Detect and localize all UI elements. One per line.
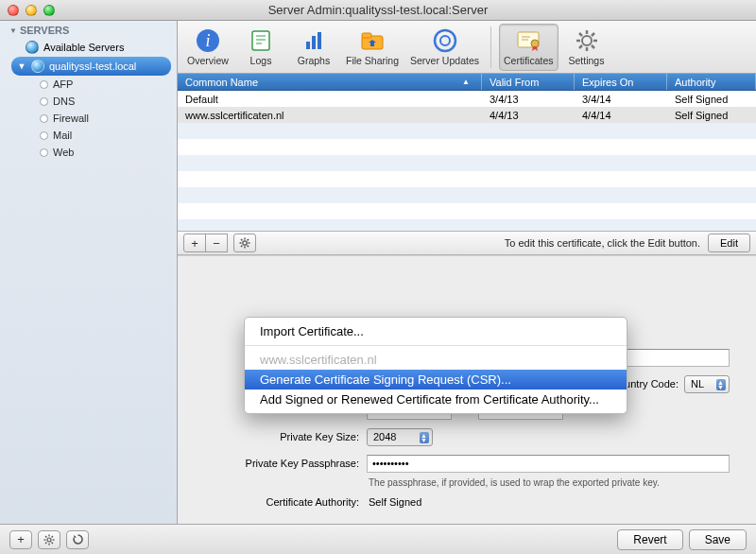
table-action-bar: + − To edit this certificate, click the … <box>178 231 756 255</box>
svg-line-34 <box>247 239 248 240</box>
toolbar-updates[interactable]: Server Updates <box>406 24 483 71</box>
menu-separator <box>245 345 627 346</box>
svg-rect-7 <box>312 36 316 49</box>
updates-icon <box>432 27 458 54</box>
action-menu: Import Certificate... www.sslcertificate… <box>244 317 627 414</box>
toolbar-graphs[interactable]: Graphs <box>289 24 338 71</box>
svg-point-26 <box>242 240 246 244</box>
action-menu-button[interactable] <box>233 234 256 252</box>
keysize-select[interactable]: 2048▲▼ <box>367 428 433 446</box>
table-row[interactable]: www.sslcertificaten.nl 4/4/13 4/4/14 Sel… <box>178 107 756 123</box>
settings-button[interactable] <box>38 530 60 549</box>
svg-line-32 <box>247 245 248 246</box>
toolbar-overview[interactable]: i Overview <box>183 24 232 71</box>
graphs-icon <box>301 27 327 54</box>
status-dot-icon <box>40 114 48 123</box>
svg-rect-8 <box>318 32 321 49</box>
table-row <box>178 155 756 171</box>
close-window-button[interactable] <box>8 5 19 16</box>
zoom-window-button[interactable] <box>43 5 55 16</box>
certificate-icon <box>515 27 541 54</box>
toolbar-filesharing[interactable]: File Sharing <box>342 24 403 71</box>
add-server-button[interactable]: + <box>9 530 32 549</box>
save-button[interactable]: Save <box>689 529 747 550</box>
column-header-expires-on[interactable]: Expires On <box>575 74 667 90</box>
table-row <box>178 171 756 187</box>
sidebar-item-label: Available Servers <box>43 42 124 53</box>
globe-icon <box>31 60 44 73</box>
svg-point-11 <box>435 30 455 51</box>
status-dot-icon <box>40 97 48 106</box>
svg-line-25 <box>592 33 594 36</box>
svg-point-12 <box>440 36 450 45</box>
toolbar-settings[interactable]: Settings <box>562 24 611 71</box>
svg-line-31 <box>241 239 242 240</box>
toolbar-certificates[interactable]: Certificates <box>499 24 558 71</box>
revert-button[interactable]: Revert <box>617 529 682 550</box>
svg-rect-6 <box>306 42 310 49</box>
status-dot-icon <box>40 80 48 89</box>
table-header: Common Name▲ Valid From Expires On Autho… <box>178 74 756 91</box>
status-dot-icon <box>40 131 48 140</box>
table-row <box>178 219 756 231</box>
sidebar-item-server[interactable]: ▼ qualityssl-test.local <box>11 57 171 76</box>
svg-line-42 <box>45 542 46 543</box>
sort-ascending-icon: ▲ <box>462 78 473 86</box>
passphrase-help: The passphrase, if provided, is used to … <box>178 477 730 488</box>
svg-line-24 <box>579 45 582 48</box>
passphrase-field[interactable]: •••••••••• <box>367 455 730 473</box>
window-title: Server Admin:qualityssl-test.local:Serve… <box>8 3 748 17</box>
svg-point-35 <box>47 538 51 542</box>
menu-item-cert-name: www.sslcertificaten.nl <box>245 350 627 370</box>
keysize-label: Private Key Size: <box>178 431 367 442</box>
svg-line-41 <box>52 542 53 543</box>
status-dot-icon <box>40 148 48 157</box>
toolbar-logs[interactable]: Logs <box>236 24 285 71</box>
table-row <box>178 187 756 203</box>
column-header-valid-from[interactable]: Valid From <box>482 74 575 90</box>
refresh-icon <box>72 533 84 545</box>
refresh-button[interactable] <box>66 530 89 549</box>
svg-point-17 <box>582 36 592 45</box>
sidebar-item-afp[interactable]: AFP <box>6 76 177 93</box>
info-icon: i <box>195 27 221 54</box>
sidebar-header: ▼ SERVERS <box>0 21 177 38</box>
column-header-authority[interactable]: Authority <box>667 74 756 90</box>
sidebar: ▼ SERVERS Available Servers ▼ qualityssl… <box>0 21 178 524</box>
gear-icon <box>574 27 600 54</box>
column-header-name[interactable]: Common Name▲ <box>178 74 482 90</box>
sidebar-item-dns[interactable]: DNS <box>6 93 177 110</box>
table-row[interactable]: Default 3/4/13 3/4/14 Self Signed <box>178 91 756 107</box>
svg-text:i: i <box>205 31 210 50</box>
svg-line-23 <box>592 45 594 48</box>
table-body: Default 3/4/13 3/4/14 Self Signed www.ss… <box>178 91 756 231</box>
minimize-window-button[interactable] <box>26 5 37 16</box>
svg-line-40 <box>45 536 46 537</box>
menu-item-add-signed[interactable]: Add Signed or Renewed Certificate from C… <box>245 390 627 409</box>
sidebar-item-available-servers[interactable]: Available Servers <box>6 38 177 57</box>
sidebar-item-web[interactable]: Web <box>6 144 177 161</box>
menu-item-generate-csr[interactable]: Generate Certificate Signing Request (CS… <box>245 370 627 390</box>
table-row <box>178 123 756 139</box>
sidebar-item-firewall[interactable]: Firewall <box>6 110 177 127</box>
svg-rect-10 <box>362 33 371 38</box>
globe-icon <box>26 41 39 54</box>
sidebar-item-mail[interactable]: Mail <box>6 127 177 144</box>
gear-icon <box>43 534 55 545</box>
gear-icon <box>239 237 251 250</box>
folder-share-icon <box>359 27 386 54</box>
bottom-bar: + Revert Save <box>0 524 756 554</box>
add-button[interactable]: + <box>183 234 206 252</box>
edit-button[interactable]: Edit <box>708 234 750 252</box>
menu-item-import[interactable]: Import Certificate... <box>245 321 627 341</box>
remove-button[interactable]: − <box>205 234 228 252</box>
table-row <box>178 203 756 219</box>
table-row <box>178 139 756 155</box>
svg-point-16 <box>531 40 539 47</box>
edit-hint: To edit this certificate, click the Edit… <box>505 237 708 249</box>
logs-icon <box>248 27 274 54</box>
country-code-select[interactable]: NL▲▼ <box>684 375 730 393</box>
sidebar-item-label: qualityssl-test.local <box>49 61 136 72</box>
titlebar: Server Admin:qualityssl-test.local:Serve… <box>0 0 756 21</box>
ca-value: Self Signed <box>367 496 421 508</box>
